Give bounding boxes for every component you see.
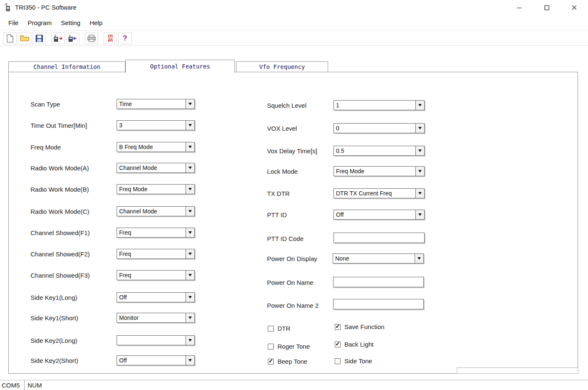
time-out-timer-select[interactable]: 3: [117, 120, 195, 130]
chevron-down-icon[interactable]: [415, 101, 424, 110]
channel-showed-f2-value: Freq: [117, 249, 186, 258]
save-file-button[interactable]: [33, 33, 46, 44]
dtr-checkbox[interactable]: ✓: [268, 326, 274, 332]
side-key2-short-select[interactable]: Off: [117, 355, 195, 365]
vox-level-select[interactable]: 0: [333, 123, 425, 133]
back-light-checkbox[interactable]: ✓: [335, 342, 341, 347]
chevron-down-icon[interactable]: [186, 185, 194, 194]
chevron-down-icon[interactable]: [186, 228, 194, 237]
save-function-checkbox[interactable]: ✓: [335, 324, 341, 330]
check-icon: ✓: [336, 341, 340, 347]
squelch-level-value: 1: [334, 101, 415, 110]
power-on-display-select[interactable]: None: [333, 253, 424, 263]
power-on-name-input[interactable]: [333, 277, 424, 287]
channel-showed-f2-select[interactable]: Freq: [117, 249, 195, 259]
new-file-button[interactable]: [3, 33, 17, 44]
ptt-id-value: Off: [334, 210, 415, 219]
language-toggle-button[interactable]: cnen: [104, 33, 117, 44]
side-key2-short-label: Side Key2(Short): [31, 357, 78, 364]
menu-setting[interactable]: Setting: [56, 17, 85, 29]
chevron-down-icon[interactable]: [186, 207, 194, 216]
ptt-id-select[interactable]: Off: [333, 210, 425, 220]
scan-type-select[interactable]: Time: [117, 99, 195, 109]
chevron-down-icon[interactable]: [186, 271, 194, 280]
chevron-down-icon[interactable]: [415, 146, 424, 155]
vox-delay-time-select[interactable]: 0.5: [333, 146, 425, 156]
ptt-id-code-label: PTT ID Code: [267, 235, 303, 242]
radio-work-mode-a-label: Radio Work Mode(A): [31, 165, 89, 172]
channel-showed-f3-select[interactable]: Freq: [117, 270, 195, 280]
side-key1-long-select[interactable]: Off: [117, 292, 195, 302]
tx-dtr-select[interactable]: DTR TX Current Freq: [333, 188, 425, 198]
side-key1-short-select[interactable]: Monitor: [117, 313, 195, 323]
channel-showed-f1-select[interactable]: Freq: [117, 228, 195, 238]
chevron-down-icon[interactable]: [186, 293, 194, 302]
tx-dtr-value: DTR TX Current Freq: [334, 189, 415, 198]
tab-optional-features[interactable]: Optional Features: [125, 60, 235, 73]
print-button[interactable]: [85, 33, 98, 44]
lock-mode-select[interactable]: Freq Mode: [333, 166, 425, 176]
read-from-radio-button[interactable]: [51, 33, 65, 44]
tx-dtr-label: TX DTR: [267, 190, 290, 197]
side-tone-checkbox[interactable]: ✓: [335, 358, 341, 364]
side-key2-long-select[interactable]: [117, 335, 195, 345]
chevron-down-icon[interactable]: [186, 99, 194, 109]
chevron-down-icon[interactable]: [186, 313, 194, 322]
chevron-down-icon[interactable]: [186, 336, 194, 345]
menu-help[interactable]: Help: [85, 17, 107, 29]
squelch-level-label: Squelch Level: [267, 102, 306, 109]
window-title: TRI350 - PC Software: [15, 0, 76, 15]
roger-tone-checkbox-label: Roger Tone: [277, 343, 310, 350]
chevron-down-icon[interactable]: [186, 142, 194, 152]
chevron-down-icon[interactable]: [186, 249, 194, 258]
save-function-checkbox-label: Save Function: [344, 323, 384, 330]
radio-work-mode-a-value: Channel Mode: [117, 163, 186, 172]
beep-tone-checkbox[interactable]: ✓: [268, 359, 274, 365]
back-light-checkbox-row: ✓ Back Light: [335, 341, 374, 348]
radio-work-mode-c-label: Radio Work Mode(C): [31, 208, 89, 215]
radio-work-mode-c-select[interactable]: Channel Mode: [117, 206, 195, 216]
power-on-name-2-input[interactable]: [333, 299, 424, 309]
open-file-button[interactable]: [18, 33, 31, 44]
chevron-down-icon[interactable]: [415, 124, 424, 133]
chevron-down-icon[interactable]: [186, 356, 194, 365]
ptt-id-code-input[interactable]: [333, 233, 425, 243]
minimize-icon: [517, 5, 522, 10]
dtr-checkbox-row: ✓ DTR: [268, 325, 290, 332]
chevron-down-icon[interactable]: [415, 189, 424, 198]
chevron-down-icon[interactable]: [415, 167, 424, 176]
menu-program[interactable]: Program: [23, 17, 56, 29]
time-out-timer-label: Time Out Timer[Min]: [31, 122, 87, 129]
radio-work-mode-a-select[interactable]: Channel Mode: [117, 163, 195, 173]
write-to-radio-button[interactable]: [66, 33, 79, 44]
lock-mode-value: Freq Mode: [334, 167, 415, 176]
tab-channel-information[interactable]: Channel Information: [8, 61, 125, 72]
radio-work-mode-b-label: Radio Work Mode(B): [31, 186, 89, 193]
chevron-down-icon[interactable]: [415, 254, 423, 263]
radio-work-mode-b-select[interactable]: Freq Mode: [117, 184, 195, 194]
maximize-icon: [544, 5, 550, 10]
roger-tone-checkbox[interactable]: ✓: [268, 344, 274, 349]
help-button[interactable]: ?: [118, 33, 132, 44]
freq-mode-select[interactable]: B Freq Mode: [117, 142, 195, 152]
save-floppy-icon: [36, 35, 43, 42]
optional-features-panel: Scan Type Time Out Timer[Min] Freq Mode …: [8, 72, 578, 374]
new-file-icon: [6, 34, 14, 43]
vox-level-value: 0: [334, 124, 415, 133]
channel-showed-f3-value: Freq: [117, 271, 186, 280]
chevron-down-icon[interactable]: [415, 210, 424, 219]
squelch-level-select[interactable]: 1: [333, 100, 425, 110]
maximize-button[interactable]: [533, 0, 560, 15]
side-key1-short-label: Side Key1(Short): [31, 314, 78, 322]
ptt-id-label: PTT ID: [267, 211, 287, 218]
chevron-down-icon[interactable]: [186, 163, 194, 172]
power-on-name-2-label: Power On Name 2: [267, 302, 318, 309]
menu-file[interactable]: File: [4, 17, 23, 29]
chevron-down-icon[interactable]: [186, 121, 194, 130]
app-window: TRI350 - PC Software File Program Settin…: [0, 0, 588, 390]
write-to-radio-icon: [68, 34, 78, 42]
side-key2-long-value: [117, 336, 186, 345]
close-button[interactable]: [560, 0, 588, 15]
tab-vfo-frequency[interactable]: Vfo Frequency: [236, 61, 328, 72]
minimize-button[interactable]: [505, 0, 533, 15]
